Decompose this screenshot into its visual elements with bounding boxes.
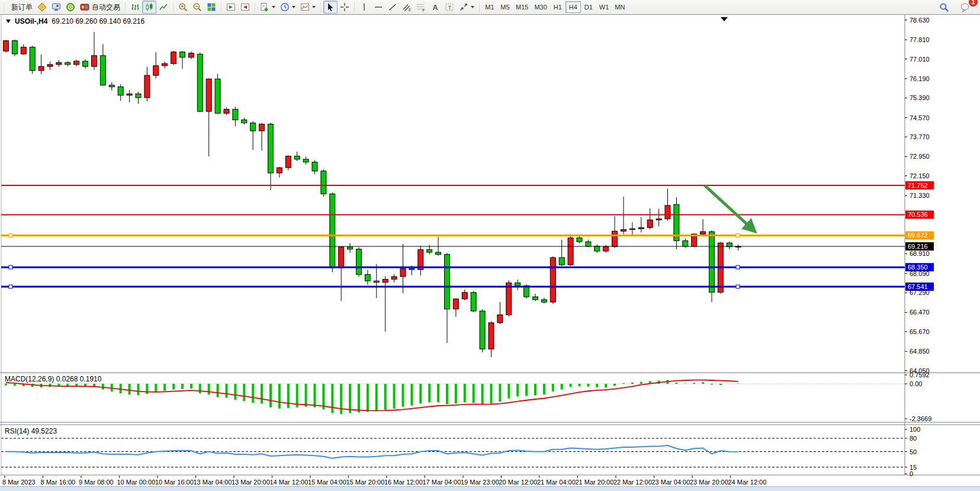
- line-handle[interactable]: [9, 233, 12, 237]
- timeframe-m15[interactable]: M15: [513, 1, 531, 13]
- svg-text:23 Mar 04:00: 23 Mar 04:00: [652, 479, 690, 486]
- zoom-out-button[interactable]: [190, 1, 204, 14]
- svg-text:19 Mar 23:00: 19 Mar 23:00: [461, 479, 499, 486]
- market-watch-button[interactable]: [49, 1, 63, 14]
- line-handle[interactable]: [736, 265, 740, 269]
- fibonacci-button[interactable]: F: [414, 1, 428, 14]
- line-handle[interactable]: [9, 265, 12, 269]
- trendline-button[interactable]: [385, 1, 400, 14]
- toolbar-group: EFAT: [357, 0, 477, 15]
- toolbar-group: [128, 0, 171, 15]
- line-handle[interactable]: [736, 233, 740, 237]
- svg-text:22 Mar 12:00: 22 Mar 12:00: [613, 479, 652, 486]
- text-label-button[interactable]: T: [442, 1, 457, 14]
- auto-trading-button[interactable]: 自动交易: [78, 1, 123, 14]
- candlestick-chart-button[interactable]: [142, 1, 156, 14]
- candle: [383, 279, 388, 282]
- text-button[interactable]: A: [428, 1, 442, 14]
- candle: [506, 283, 512, 315]
- candle: [180, 52, 185, 57]
- svg-text:15: 15: [910, 464, 917, 471]
- candle: [550, 258, 555, 302]
- symbol-collapse-icon[interactable]: [6, 20, 11, 23]
- zoom-in-button[interactable]: [176, 1, 190, 14]
- candle: [4, 41, 9, 51]
- candle: [74, 61, 79, 65]
- arrange-charts-button[interactable]: [224, 1, 238, 14]
- svg-text:15 Mar 20:00: 15 Mar 20:00: [346, 479, 385, 486]
- search-button[interactable]: [937, 1, 952, 14]
- svg-text:10 Mar 16:00: 10 Mar 16:00: [155, 479, 194, 486]
- svg-text:13 Mar 04:00: 13 Mar 04:00: [194, 479, 232, 486]
- new-order-button[interactable]: 新订单: [7, 1, 35, 14]
- horizontal-line-button[interactable]: [371, 1, 385, 14]
- candle: [489, 323, 494, 349]
- svg-text:23 Mar 20:00: 23 Mar 20:00: [690, 479, 728, 486]
- candle: [400, 269, 406, 277]
- vertical-line-button[interactable]: [357, 1, 371, 14]
- svg-text:69.672: 69.672: [908, 232, 928, 239]
- svg-text:50: 50: [910, 448, 917, 455]
- periods-button[interactable]: [278, 1, 298, 14]
- hline-icon: [374, 2, 383, 12]
- candle: [577, 238, 582, 242]
- toolbar-grip: [2, 2, 5, 12]
- gold-diamond-icon: [37, 2, 47, 12]
- trend-arrow-annotation[interactable]: [705, 185, 754, 230]
- line-handle[interactable]: [736, 285, 740, 288]
- new-order-button-label: 新订单: [11, 2, 33, 12]
- candle: [215, 79, 220, 113]
- svg-text:17 Mar 04:00: 17 Mar 04:00: [423, 479, 461, 486]
- ohlc-values: 69.210 69.260 69.140 69.216: [52, 17, 144, 25]
- svg-text:24 Mar 12:00: 24 Mar 12:00: [728, 479, 767, 486]
- equidistant-channel-button[interactable]: E: [400, 1, 414, 14]
- candle: [365, 274, 370, 281]
- crosshair-icon: [340, 2, 349, 12]
- svg-text:72.150: 72.150: [910, 172, 930, 179]
- timeframe-d1[interactable]: D1: [581, 1, 596, 13]
- candle: [586, 242, 591, 246]
- chart-canvas[interactable]: 71.75270.53669.67269.21668.35067.54178.6…: [0, 15, 980, 491]
- svg-text:78.630: 78.630: [910, 17, 930, 24]
- signals-button[interactable]: [63, 1, 78, 14]
- candle: [65, 63, 70, 65]
- toolbar-group: [176, 0, 219, 15]
- scroll-end-marker[interactable]: [721, 17, 728, 21]
- line-chart-button[interactable]: [156, 1, 171, 14]
- symbol-name: USOil-,H4: [15, 17, 47, 25]
- arrows-button[interactable]: [457, 1, 477, 14]
- svg-text:68.090: 68.090: [910, 270, 930, 277]
- candle: [665, 206, 670, 219]
- timeframe-w1[interactable]: W1: [596, 1, 612, 13]
- crosshair-button[interactable]: [338, 1, 352, 14]
- timeframe-toolbar: M1M5M15M30H1H4D1W1MN: [482, 0, 628, 15]
- svg-text:66.470: 66.470: [910, 309, 930, 316]
- cursor-button[interactable]: [323, 1, 338, 14]
- candle: [568, 238, 573, 265]
- timeframe-m1[interactable]: M1: [482, 1, 497, 13]
- bar-chart-button[interactable]: [128, 1, 142, 14]
- candle: [277, 168, 282, 173]
- notifications-button[interactable]: 1: [957, 1, 973, 14]
- charts-window-button[interactable]: [35, 1, 49, 14]
- tiles-icon: [207, 2, 216, 12]
- candle: [224, 109, 229, 113]
- timeframe-h4[interactable]: H4: [565, 1, 581, 13]
- indicators-button[interactable]: [258, 1, 278, 14]
- line-handle[interactable]: [9, 285, 12, 288]
- templates-button[interactable]: [298, 1, 318, 14]
- auto-trading-button-label: 自动交易: [92, 2, 120, 12]
- svg-text:70.536: 70.536: [908, 211, 928, 218]
- shift-chart-button[interactable]: [238, 1, 252, 14]
- svg-text:68.910: 68.910: [910, 250, 930, 257]
- candle: [427, 250, 432, 252]
- toolbar-grip: [124, 2, 127, 12]
- toolbar-grip: [319, 2, 322, 12]
- timeframe-h1[interactable]: H1: [550, 1, 565, 13]
- tile-windows-button[interactable]: [204, 1, 219, 14]
- timeframe-m30[interactable]: M30: [531, 1, 550, 13]
- candle: [497, 315, 503, 323]
- timeframe-mn[interactable]: MN: [612, 1, 628, 13]
- candle: [83, 61, 88, 66]
- timeframe-m5[interactable]: M5: [497, 1, 513, 13]
